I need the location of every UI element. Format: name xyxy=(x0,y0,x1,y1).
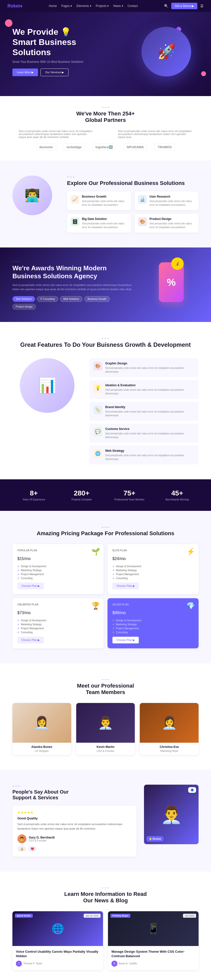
plan-feature-4-1: Design & Development xyxy=(113,619,194,622)
testimonial-title: Good Quality xyxy=(17,816,132,820)
nav-contact[interactable]: Contact xyxy=(128,4,138,8)
hero-buttons: Learn More ▶ Our Services ▶ xyxy=(13,68,117,76)
nav-projects[interactable]: Projects ▾ xyxy=(96,4,109,8)
plan-feature-2-4: Consulting xyxy=(113,577,194,580)
solution-card-4: 🎨 Product Design Sed perspiciatis unde o… xyxy=(135,214,198,232)
choose-plan-2-button[interactable]: Choose Plan ▶ xyxy=(113,582,139,589)
blog-tag-1: Quick Stroke xyxy=(15,914,33,918)
plan-feature-1-2: Marketing Strategy xyxy=(17,569,98,572)
partner-logo-5: TRAMOS xyxy=(154,143,175,151)
team-card-3: 👩‍💼 Christina Eva Marketing Head xyxy=(140,703,198,755)
team-header: ~ ~ ~ Meet our Professional Team Members xyxy=(13,678,198,695)
award-tag-1[interactable]: Tech Solutions xyxy=(13,296,35,302)
stat-4: 45+ Best Awards Winning xyxy=(156,489,199,501)
plan-feature-1-4: Consulting xyxy=(17,577,98,580)
nav-home[interactable]: Home xyxy=(49,4,57,8)
nav-news[interactable]: News ▾ xyxy=(113,4,123,8)
author-title: CEO & Founder xyxy=(29,839,55,842)
learn-more-button[interactable]: Learn More ▶ xyxy=(13,68,38,76)
reaction-like[interactable]: 👍 xyxy=(17,846,26,852)
nav-elements[interactable]: Elements ▾ xyxy=(76,4,91,8)
plan-price-4: $99/mo xyxy=(113,607,194,616)
feature-text-5: Web Strategy Sed perspiciatis unde omnis… xyxy=(105,449,195,461)
team-card-2: 👨‍💼 Kevin Martin CEO & Founder xyxy=(76,703,135,755)
plan-features-4: Design & Development Marketing Strategy … xyxy=(113,619,194,634)
awards-wave: ~ ~ ~ xyxy=(13,260,134,263)
solutions-illustration: 👨‍💻 xyxy=(13,175,57,215)
pricing-heading: Amazing Pricing Package For Professional… xyxy=(13,530,198,537)
phone-mockup: % 💰 xyxy=(159,262,184,302)
choose-plan-1-button[interactable]: Choose Plan ▶ xyxy=(17,582,44,589)
coin-badge: 💰 xyxy=(171,258,184,270)
solutions-grid: 📈 Business Growth Sed perspiciatis unde … xyxy=(67,191,198,232)
feature-card-1: 🎨 Graphic Design Sed perspiciatis unde o… xyxy=(89,358,198,377)
awards-content: ~ ~ ~ We're Awards Winning Modern Busine… xyxy=(13,260,134,310)
choose-plan-4-button[interactable]: Choose Plan ▶ xyxy=(113,637,139,643)
feature-desc-3: Sed perspiciatis unde omnis iste natus e… xyxy=(105,410,195,417)
plan-feature-1-3: Project Management xyxy=(17,573,98,576)
testimonial-photo: 👨‍💼 🔵 ⭐ Review xyxy=(144,784,198,844)
feature-title-2: Ideation & Evaluation xyxy=(105,383,195,387)
stat-num-2: 280+ xyxy=(60,489,103,497)
plan-features-2: Design & Development Marketing Strategy … xyxy=(113,565,194,580)
plan-feature-3-4: Consulting xyxy=(17,631,98,634)
reaction-love[interactable]: ❤️ xyxy=(28,846,37,852)
partners-desc2: Sed ut perspiciatis unde omnis iste natu… xyxy=(118,130,192,138)
partner-logo-1: durexme xyxy=(36,143,56,151)
testimonial-section: ~ ~ ~ People's Say About Our Support & S… xyxy=(0,770,211,872)
plan-features-3: Design & Development Marketing Strategy … xyxy=(17,619,98,634)
plan-name-4: Silver Plan xyxy=(113,603,194,606)
demo-button[interactable]: Get a Demo ▶ xyxy=(171,3,197,9)
stat-label-1: Years Of Experience xyxy=(13,498,56,501)
team-section: ~ ~ ~ Meet our Professional Team Members… xyxy=(0,663,211,770)
solutions-content: ~ ~ ~ Explore Our Professional Business … xyxy=(67,175,198,232)
feature-icon-5: 🌐 xyxy=(94,449,102,458)
features-header: ~ ~ ~ Great Features To Do Your Buisness… xyxy=(13,337,198,348)
blog-content-1: Voice Control Usability Canvio Ways Part… xyxy=(13,946,103,970)
nav-pages[interactable]: Pages ▾ xyxy=(61,4,72,8)
solution-text-3: Big Data Solution Sed perspiciatis unde … xyxy=(82,217,128,229)
solution-icon-1: 📈 xyxy=(70,195,79,204)
plan-feature-3-3: Project Management xyxy=(17,627,98,630)
award-tag-5[interactable]: Product Design xyxy=(13,304,36,310)
search-icon[interactable]: 🔍 xyxy=(164,4,168,8)
solutions-wave: ~ ~ ~ xyxy=(67,175,198,178)
hero-content: We Provide 💡 Smart Business Solutions Gr… xyxy=(13,27,117,76)
pricing-card-4: Silver Plan $99/mo Design & Development … xyxy=(108,598,198,648)
blog-title-2: Manage Design System Theme With CSS Colo… xyxy=(111,950,195,958)
choose-plan-3-button[interactable]: Choose Plan ▶ xyxy=(17,637,44,643)
team-name-1: Alandra Bones xyxy=(13,743,71,749)
solution-desc-3: Sed perspiciatis unde omnis iste natus e… xyxy=(82,222,128,229)
features-illustration: 📊 xyxy=(13,358,82,413)
feature-desc-1: Sed perspiciatis unde omnis iste natus e… xyxy=(105,366,195,374)
testimonial-wave: ~ ~ ~ xyxy=(13,784,136,788)
blog-wave: ~ ~ ~ xyxy=(13,886,198,889)
partner-logo-3: logoface🔢 xyxy=(92,143,116,151)
team-wave: ~ ~ ~ xyxy=(13,678,198,681)
testimonial-text: Sed ut perspiciatis unde omnis iste natu… xyxy=(17,822,132,831)
award-tag-3[interactable]: Web Solutions xyxy=(60,296,82,302)
stat-num-1: 8+ xyxy=(13,489,56,497)
solution-card-2: 🔬 User Research Sed perspiciatis unde om… xyxy=(135,191,198,210)
plan-name-3: Unlimited Plan xyxy=(17,603,98,606)
award-tag-2[interactable]: IT Consulting xyxy=(37,296,58,302)
solution-title-4: Product Design xyxy=(149,217,195,221)
solution-icon-4: 🎨 xyxy=(138,217,147,226)
feature-icon-3: 🏷️ xyxy=(94,406,102,414)
award-tag-4[interactable]: Business Growth xyxy=(84,296,110,302)
testimonial-photo-container: 👨‍💼 🔵 ⭐ Review xyxy=(144,784,198,857)
features-wave: ~ ~ ~ xyxy=(13,337,198,340)
awards-illustration: % 💰 xyxy=(144,262,198,307)
logo[interactable]: Roket● xyxy=(8,3,22,9)
navigation: Roket● Home Pages ▾ Elements ▾ Projects … xyxy=(0,0,211,12)
team-grid: 👩‍💼 Alandra Bones UX Designer 👨‍💼 Kevin … xyxy=(13,703,198,755)
plan-feature-4-2: Marketing Strategy xyxy=(113,623,194,626)
pricing-badge-3: 🏆 xyxy=(91,602,100,610)
blog-image-2: 📱 Printing Shape Jan 2022 xyxy=(108,911,198,946)
testimonial-reactions: 👍 ❤️ xyxy=(17,846,132,852)
menu-icon[interactable]: ☰ xyxy=(200,4,203,8)
our-services-button[interactable]: Our Services ▶ xyxy=(40,68,68,76)
feature-text-3: Brand Identity Sed perspiciatis unde omn… xyxy=(105,406,195,417)
solutions-heading: Explore Our Professional Business Soluti… xyxy=(67,180,198,186)
feature-desc-4: Sed perspiciatis unde omnis iste natus e… xyxy=(105,432,195,439)
